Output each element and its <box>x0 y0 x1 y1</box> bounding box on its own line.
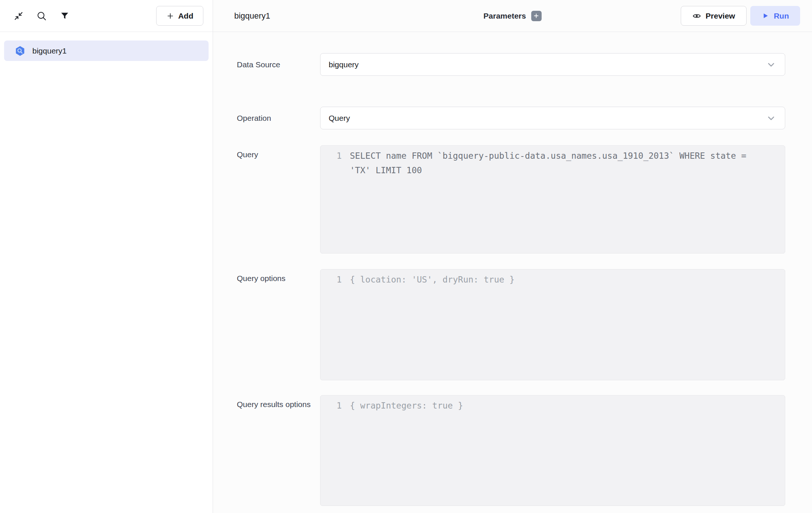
query-code-content: SELECT name FROM `bigquery-public-data.u… <box>350 149 759 178</box>
query-results-options-placeholder: { wrapIntegers: true } <box>350 399 463 413</box>
operation-select[interactable]: Query <box>320 107 785 129</box>
add-query-label: Add <box>178 12 193 20</box>
query-options-editor[interactable]: 1 { location: 'US', dryRun: true } <box>320 269 785 380</box>
query-sidebar: Add bigquery1 <box>0 0 213 513</box>
preview-label: Preview <box>706 12 735 20</box>
query-list-item-label: bigquery1 <box>32 46 67 55</box>
line-number: 1 <box>320 399 350 413</box>
run-button[interactable]: Run <box>750 6 800 26</box>
query-label: Query <box>237 145 320 160</box>
add-query-button[interactable]: Add <box>156 6 203 26</box>
operation-value: Query <box>329 114 350 123</box>
plus-icon <box>166 12 174 20</box>
play-icon <box>761 12 769 20</box>
data-source-value: bigquery <box>329 60 359 69</box>
query-editor-header: bigquery1 Parameters Preview <box>213 0 812 32</box>
line-number: 1 <box>320 149 350 163</box>
data-source-row: Data Source bigquery <box>237 53 812 76</box>
query-list-item-bigquery1[interactable]: bigquery1 <box>4 41 209 61</box>
query-options-label: Query options <box>237 269 320 284</box>
eye-icon <box>692 12 701 20</box>
query-results-options-label: Query results options <box>237 395 320 410</box>
operation-label: Operation <box>237 113 320 124</box>
data-source-label: Data Source <box>237 59 320 70</box>
query-code-editor[interactable]: 1 SELECT name FROM `bigquery-public-data… <box>320 145 785 254</box>
query-options-placeholder: { location: 'US', dryRun: true } <box>350 272 515 287</box>
query-list: bigquery1 <box>0 32 213 61</box>
filter-button[interactable] <box>59 10 70 22</box>
search-icon <box>36 11 47 21</box>
query-options-row: Query options 1 { location: 'US', dryRun… <box>237 269 812 380</box>
parameters-label: Parameters <box>483 12 526 20</box>
preview-button[interactable]: Preview <box>681 6 747 26</box>
filter-icon <box>59 11 70 21</box>
chevron-down-icon <box>766 113 777 124</box>
header-actions: Preview Run <box>681 6 812 26</box>
plus-icon <box>533 13 539 19</box>
query-row: Query 1 SELECT name FROM `bigquery-publi… <box>237 145 812 254</box>
search-button[interactable] <box>36 10 47 22</box>
app-root: Add bigquery1 bigquery1 Parameters <box>0 0 812 513</box>
run-label: Run <box>774 12 789 20</box>
line-number: 1 <box>320 272 350 287</box>
collapse-panel-button[interactable] <box>13 10 24 22</box>
query-title: bigquery1 <box>213 11 270 21</box>
query-form: Data Source bigquery Operation Query <box>213 32 812 506</box>
sidebar-toolbar: Add <box>0 0 213 32</box>
bigquery-icon <box>14 45 26 57</box>
operation-row: Operation Query <box>237 107 812 129</box>
collapse-icon <box>13 11 24 21</box>
chevron-down-icon <box>766 59 777 70</box>
query-results-options-row: Query results options 1 { wrapIntegers: … <box>237 395 812 506</box>
parameters-section: Parameters <box>483 11 541 21</box>
data-source-select[interactable]: bigquery <box>320 53 785 76</box>
query-editor-panel: bigquery1 Parameters Preview <box>213 0 812 513</box>
query-results-options-editor[interactable]: 1 { wrapIntegers: true } <box>320 395 785 506</box>
add-parameter-button[interactable] <box>531 11 542 21</box>
